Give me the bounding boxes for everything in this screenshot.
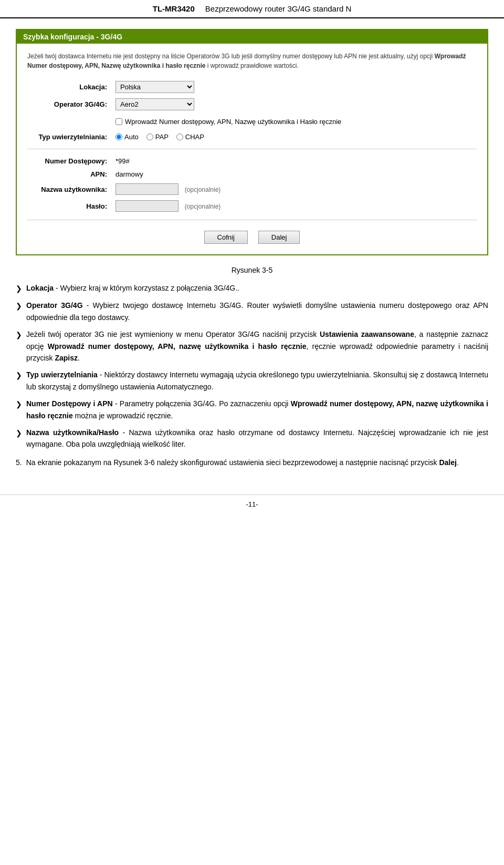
form-table: Lokacja: Polska Operator 3G/4G: Aero2 — [27, 78, 477, 143]
page-header: TL-MR3420 Bezprzewodowy router 3G/4G sta… — [0, 0, 504, 18]
bullet-text-5: Numer Dostępowy i APN - Parametry połącz… — [26, 398, 488, 421]
figure-caption: Rysunek 3-5 — [16, 266, 488, 274]
numbered-5-plain: Na ekranie pokazanym na Rysunek 3-6 nale… — [26, 458, 439, 467]
bullet-text-6: Nazwa użytkownika/Hasło - Nazwa użytkown… — [26, 427, 488, 450]
bullet-arrow-4: ❯ — [16, 369, 22, 393]
lokacja-label: Lokacja: — [27, 78, 111, 96]
bullet-operator-bold: Operator 3G/4G — [26, 301, 83, 310]
buttons-row: Cofnij Dalej — [27, 225, 477, 246]
manual-checkbox-label: Wprowadź Numer dostępowy, APN, Nazwę uży… — [125, 118, 341, 126]
typ-chap-radio[interactable] — [176, 133, 183, 140]
typ-chap-label: CHAP — [185, 133, 204, 141]
numer-row: Numer Dostępowy: *99# — [27, 155, 477, 168]
typ-auto-label: Auto — [124, 133, 139, 141]
lokacja-select[interactable]: Polska — [116, 81, 194, 93]
haslo-optional: (opcjonalnie) — [185, 203, 221, 210]
info-text-start: Jeżeli twój dostawca Internetu nie jest … — [27, 53, 435, 60]
bullet-arrow-6: ❯ — [16, 427, 22, 450]
page-number: -11- — [246, 500, 258, 508]
bullet-nazwa-sep: - — [119, 428, 129, 437]
bullet-numer-bold: Numer Dostępowy i APN — [26, 399, 113, 408]
numer-label: Numer Dostępowy: — [27, 155, 111, 168]
checkbox-row: Wprowadź Numer dostępowy, APN, Nazwę uży… — [27, 113, 477, 130]
bullet-numer-apn: ❯ Numer Dostępowy i APN - Parametry połą… — [16, 398, 488, 421]
bullet-lokacja: ❯ Lokacja - Wybierz kraj w którym korzys… — [16, 282, 488, 294]
bullet-lokacja-text: Wybierz kraj w którym korzystasz z połąc… — [60, 284, 239, 292]
haslo-row: Hasło: (opcjonalnie) — [27, 198, 477, 214]
checkbox-label-empty — [27, 113, 111, 130]
nazwa-optional: (opcjonalnie) — [185, 186, 221, 193]
bullet-arrow-3: ❯ — [16, 329, 22, 364]
numbered-5-bold: Dalej — [439, 458, 456, 467]
typ-pap-item: PAP — [146, 133, 169, 141]
bullet-text-2: Operator 3G/4G - Wybierz twojego dostawc… — [26, 300, 488, 323]
bullet-numer-end: można je wprowadzić ręcznie. — [73, 411, 173, 420]
numbered-num-5: 5. — [16, 457, 22, 468]
operator-value-cell: Aero2 — [111, 96, 477, 113]
typ-auto-radio[interactable] — [116, 133, 122, 140]
bullet-text-1: Lokacja - Wybierz kraj w którym korzysta… — [26, 282, 488, 294]
numbered-item-5: 5. Na ekranie pokazanym na Rysunek 3-6 n… — [16, 457, 488, 468]
bullet-typ-bold: Typ uwierzytelniania — [26, 370, 98, 379]
nazwa-value-cell: (opcjonalnie) — [111, 181, 477, 198]
bullet-typ: ❯ Typ uwierzytelniania - Niektórzy dosta… — [16, 369, 488, 393]
bullet-numer-plain: Parametry połączenia 3G/4G. Po zaznaczen… — [120, 399, 291, 408]
form-divider — [27, 149, 477, 149]
typ-row: Typ uwierzytelniania: Auto PAP — [27, 130, 477, 143]
apn-label: APN: — [27, 168, 111, 181]
bullet-arrow-5: ❯ — [16, 398, 22, 421]
bullet-operator-sep: - — [83, 301, 93, 310]
bullet-nazwa-haslo: ❯ Nazwa użytkownika/Hasło - Nazwa użytko… — [16, 427, 488, 450]
typ-auto-item: Auto — [116, 133, 139, 141]
typ-radio-group: Auto PAP CHAP — [116, 133, 472, 141]
page-footer: -11- — [0, 495, 504, 513]
bullet-typ-sep: - — [98, 370, 104, 379]
typ-pap-label: PAP — [155, 133, 169, 141]
haslo-label: Hasło: — [27, 198, 111, 214]
operator-label: Operator 3G/4G: — [27, 96, 111, 113]
haslo-input[interactable] — [116, 200, 178, 212]
numer-value-cell: *99# — [111, 155, 477, 168]
typ-value-cell: Auto PAP CHAP — [111, 130, 477, 143]
bullet-operator-3g: ❯ Jeżeli twój operator 3G nie jest wymie… — [16, 328, 488, 364]
bullet-3-plain4: . — [78, 354, 80, 362]
config-box-body: Jeżeli twój dostawca Internetu nie jest … — [17, 44, 487, 254]
model-name: TL-MR3420 — [153, 4, 195, 13]
bullet-lokacja-sep: - — [54, 284, 60, 292]
info-text-end: i wprowadź prawidłowe wartości. — [205, 62, 298, 69]
typ-pap-radio[interactable] — [146, 133, 153, 140]
typ-label: Typ uwierzytelniania: — [27, 130, 111, 143]
bullet-lokacja-bold: Lokacja — [26, 284, 54, 292]
apn-value: darmowy — [116, 170, 143, 178]
next-button[interactable]: Dalej — [258, 231, 300, 244]
checkbox-cell: Wprowadź Numer dostępowy, APN, Nazwę uży… — [111, 113, 477, 130]
bullet-nazwa-bold: Nazwa użytkownika/Hasło — [26, 428, 119, 437]
nazwa-label: Nazwa użytkownika: — [27, 181, 111, 198]
numbered-text-5: Na ekranie pokazanym na Rysunek 3-6 nale… — [26, 457, 488, 468]
operator-row: Operator 3G/4G: Aero2 — [27, 96, 477, 113]
numbered-5-end: . — [457, 458, 459, 467]
bullet-operator-text: Wybierz twojego dostawcę Internetu 3G/4G… — [26, 301, 488, 321]
info-text: Jeżeli twój dostawca Internetu nie jest … — [27, 52, 477, 70]
bullet-3-plain1: Jeżeli twój operator 3G nie jest wymieni… — [26, 330, 320, 338]
lokacja-value-cell: Polska — [111, 78, 477, 96]
bullet-numer-sep: - — [113, 399, 120, 408]
bullet-arrow-2: ❯ — [16, 300, 22, 323]
apn-value-cell: darmowy — [111, 168, 477, 181]
manual-checkbox-row: Wprowadź Numer dostępowy, APN, Nazwę uży… — [116, 118, 472, 126]
manual-checkbox[interactable] — [116, 118, 122, 125]
bullet-3-bold1: Ustawienia zaawansowane — [320, 330, 414, 338]
nazwa-input[interactable] — [116, 183, 178, 195]
form-table-lower: Numer Dostępowy: *99# APN: darmowy Nazwa… — [27, 155, 477, 214]
haslo-value-cell: (opcjonalnie) — [111, 198, 477, 214]
back-button[interactable]: Cofnij — [204, 231, 248, 244]
numer-value: *99# — [116, 157, 130, 165]
bullet-arrow-1: ❯ — [16, 283, 22, 294]
operator-select[interactable]: Aero2 — [116, 98, 194, 110]
lokacja-row: Lokacja: Polska — [27, 78, 477, 96]
nazwa-row: Nazwa użytkownika: (opcjonalnie) — [27, 181, 477, 198]
config-box-title: Szybka konfiguracja - 3G/4G — [17, 30, 487, 44]
bullet-section: ❯ Lokacja - Wybierz kraj w którym korzys… — [16, 282, 488, 450]
bullet-3-bold3: Zapisz — [55, 354, 78, 362]
form-divider-2 — [27, 220, 477, 220]
